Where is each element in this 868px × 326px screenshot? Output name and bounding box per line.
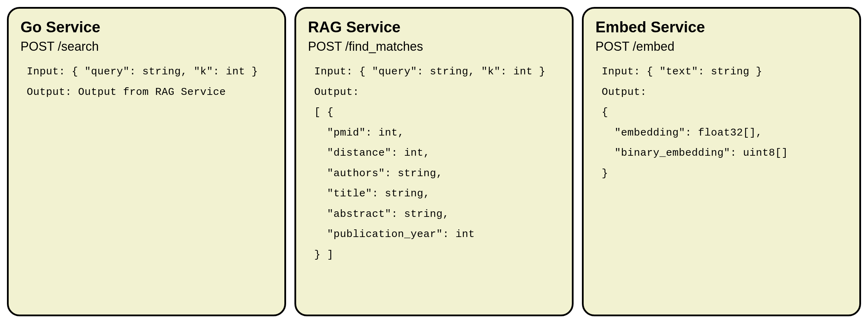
embed-service-body: Input: { "text": string } Output: { "emb… <box>595 62 848 184</box>
embed-service-card: Embed Service POST /embed Input: { "text… <box>582 7 861 316</box>
go-service-body: Input: { "query": string, "k": int } Out… <box>20 62 273 102</box>
go-service-card: Go Service POST /search Input: { "query"… <box>7 7 286 316</box>
rag-service-title: RAG Service <box>308 18 560 36</box>
rag-service-body: Input: { "query": string, "k": int } Out… <box>308 62 560 265</box>
go-service-title: Go Service <box>20 18 273 36</box>
go-service-endpoint: POST /search <box>20 39 273 54</box>
rag-service-endpoint: POST /find_matches <box>308 39 560 54</box>
embed-service-title: Embed Service <box>595 18 848 36</box>
rag-service-card: RAG Service POST /find_matches Input: { … <box>294 7 574 316</box>
embed-service-endpoint: POST /embed <box>595 39 848 54</box>
